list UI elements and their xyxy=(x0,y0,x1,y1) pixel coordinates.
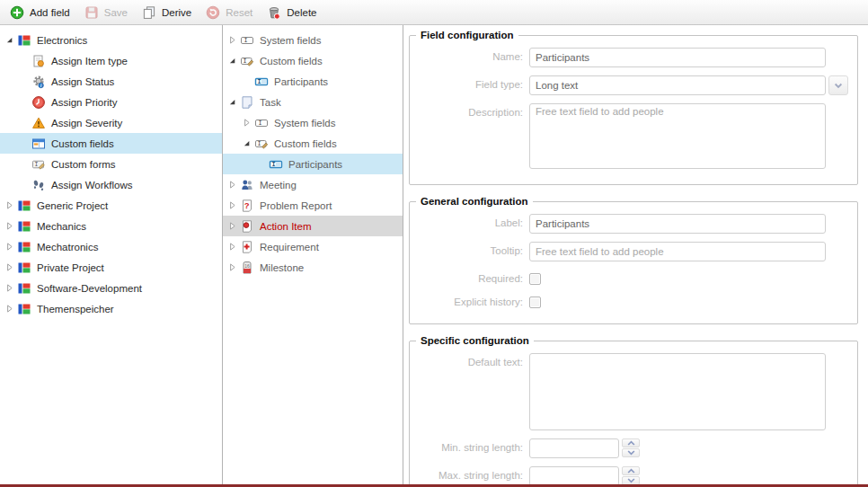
expand-arrow-icon[interactable] xyxy=(3,302,16,316)
tree-item-label: Milestone xyxy=(260,262,309,273)
add-icon xyxy=(10,5,24,20)
default-text-row: Default text: xyxy=(410,353,857,430)
project-tree-item-assign-item-type[interactable]: Assign Item type xyxy=(0,50,222,71)
expand-arrow-icon[interactable] xyxy=(3,240,16,254)
name-label: Name: xyxy=(410,48,523,62)
field-type-select[interactable]: Long text xyxy=(529,75,848,95)
toolbar-button-label: Add field xyxy=(30,7,70,18)
fields-tree-item-task[interactable]: Task xyxy=(223,92,403,112)
expand-arrow-icon[interactable] xyxy=(226,261,239,275)
tooltip-row: Tooltip: xyxy=(410,242,857,261)
fields-tree-item-system-fields[interactable]: ISystem fields xyxy=(223,30,403,50)
explicit-history-checkbox[interactable] xyxy=(529,297,541,308)
expand-arrow-icon[interactable] xyxy=(3,281,16,296)
project-tree-item-themenspeicher[interactable]: Themenspeicher xyxy=(0,298,222,319)
expand-arrow-icon[interactable] xyxy=(226,240,239,254)
min-string-length-row: Min. string length: xyxy=(410,438,857,458)
project-tree-item-assign-severity[interactable]: Assign Severity xyxy=(0,112,222,133)
collapse-arrow-icon[interactable] xyxy=(3,33,16,48)
expand-arrow-icon[interactable] xyxy=(226,219,239,234)
fields-tree-item-milestone[interactable]: 16Milestone xyxy=(223,257,403,278)
fields-tree-item-participants[interactable]: IParticipants xyxy=(223,154,403,174)
project-icon xyxy=(17,240,32,254)
tree-item-label: Requirement xyxy=(260,242,324,252)
project-tree-item-generic-project[interactable]: Generic Project xyxy=(0,195,222,216)
tree-item-label: Participants xyxy=(274,76,333,87)
description-textarea[interactable]: Free text field to add people xyxy=(529,103,826,169)
task-icon xyxy=(240,95,255,110)
derive-button[interactable]: Derive xyxy=(136,3,199,22)
svg-text:16: 16 xyxy=(244,263,250,268)
tree-item-label: Assign Workflows xyxy=(51,180,138,190)
delete-icon xyxy=(267,5,281,20)
collapse-arrow-icon[interactable] xyxy=(240,137,253,151)
delete-button[interactable]: Delete xyxy=(261,3,324,22)
reset-icon xyxy=(206,5,220,20)
tree-item-label: Meeting xyxy=(260,180,302,190)
project-tree-item-mechatronics[interactable]: Mechatronics xyxy=(0,236,222,257)
project-tree-item-assign-workflows[interactable]: Assign Workflows xyxy=(0,174,222,195)
fields-tree-item-requirement[interactable]: Requirement xyxy=(223,236,403,257)
default-text-textarea[interactable] xyxy=(529,353,826,430)
tree-item-label: Participants xyxy=(288,159,348,170)
project-tree-item-assign-priority[interactable]: Assign Priority xyxy=(0,92,222,112)
save-button[interactable]: Save xyxy=(78,3,136,22)
meeting-icon xyxy=(240,178,255,192)
spinner-up-icon[interactable] xyxy=(622,438,640,447)
expand-arrow-icon[interactable] xyxy=(226,178,239,192)
tree-item-label: System fields xyxy=(274,118,341,128)
svg-text:I: I xyxy=(257,78,261,85)
fields-tree-item-system-fields[interactable]: ISystem fields xyxy=(223,112,403,133)
spinner-up-icon[interactable] xyxy=(622,466,640,475)
save-icon xyxy=(84,5,99,20)
expand-arrow-icon[interactable] xyxy=(3,199,16,213)
project-tree-item-mechanics[interactable]: Mechanics xyxy=(0,216,222,236)
tree-item-label: Mechanics xyxy=(37,221,92,232)
toolbar: Add fieldSaveDeriveResetDelete xyxy=(0,0,868,25)
project-tree-item-software-development[interactable]: Software-Development xyxy=(0,278,222,298)
toolbar-button-label: Delete xyxy=(287,7,316,18)
toolbar-button-label: Save xyxy=(104,7,128,18)
required-checkbox[interactable] xyxy=(529,273,541,285)
expander-spacer xyxy=(17,95,31,110)
expand-arrow-icon[interactable] xyxy=(3,261,16,275)
svg-text:I: I xyxy=(271,161,275,168)
spinner-down-icon[interactable] xyxy=(622,476,640,484)
expand-arrow-icon[interactable] xyxy=(226,199,239,213)
reset-button[interactable]: Reset xyxy=(199,3,261,22)
name-input[interactable] xyxy=(529,48,826,67)
add-field-button[interactable]: Add field xyxy=(4,3,78,22)
tree-item-label: Themenspeicher xyxy=(37,304,120,314)
fields-tree-item-action-item[interactable]: Action Item xyxy=(223,216,403,236)
label-input[interactable] xyxy=(529,214,826,234)
min-string-length-label: Min. string length: xyxy=(410,438,523,453)
fields-tree-item-custom-fields[interactable]: ICustom fields xyxy=(223,50,403,71)
expand-arrow-icon[interactable] xyxy=(240,116,253,130)
participants-field-icon: I xyxy=(254,75,270,89)
project-tree-item-custom-forms[interactable]: ICustom forms xyxy=(0,154,222,174)
requirement-icon xyxy=(240,240,255,254)
fields-tree-item-custom-fields[interactable]: ICustom fields xyxy=(223,133,403,154)
field-type-value-box[interactable]: Long text xyxy=(529,75,826,95)
max-string-length-input[interactable] xyxy=(529,466,619,484)
fields-tree-item-meeting[interactable]: Meeting xyxy=(223,174,403,195)
expand-arrow-icon[interactable] xyxy=(226,33,239,48)
collapse-arrow-icon[interactable] xyxy=(226,95,239,110)
min-string-length-input[interactable] xyxy=(529,438,619,458)
dropdown-arrow-icon[interactable] xyxy=(828,75,848,95)
project-tree-item-electronics[interactable]: Electronics xyxy=(0,30,222,50)
fields-tree-item-problem-report[interactable]: ?Problem Report xyxy=(223,195,403,216)
toolbar-button-label: Reset xyxy=(226,7,252,18)
collapse-arrow-icon[interactable] xyxy=(226,54,239,68)
expander-spacer xyxy=(240,75,253,89)
project-tree-item-private-project[interactable]: Private Project xyxy=(0,257,222,278)
spinner-down-icon[interactable] xyxy=(622,448,640,457)
tooltip-input[interactable] xyxy=(529,242,826,261)
field-type-label: Field type: xyxy=(410,75,523,90)
project-tree-item-custom-fields[interactable]: Custom fields xyxy=(0,133,222,154)
project-tree-item-assign-status[interactable]: iAssign Status xyxy=(0,71,222,92)
tree-item-label: Custom forms xyxy=(51,159,121,170)
custom-fields-icon xyxy=(31,137,47,151)
fields-tree-item-participants[interactable]: IParticipants xyxy=(223,71,403,92)
expand-arrow-icon[interactable] xyxy=(3,219,16,234)
